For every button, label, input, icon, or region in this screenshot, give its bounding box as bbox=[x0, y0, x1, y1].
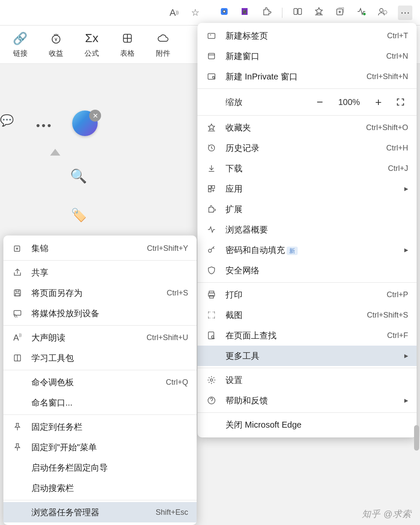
menu-screenshot[interactable]: 截图Ctrl+Shift+S bbox=[197, 305, 417, 325]
submenu-launch-taskbar-wizard[interactable]: 启动任务栏固定向导 bbox=[3, 457, 197, 478]
submenu-read-aloud[interactable]: A))大声朗读Ctrl+Shift+U bbox=[3, 327, 197, 348]
name-window-label: 命名窗口... bbox=[31, 397, 188, 409]
menu-find[interactable]: 在页面上查找Ctrl+F bbox=[197, 325, 417, 346]
close-icon[interactable]: ✕ bbox=[89, 110, 101, 122]
submenu-task-manager[interactable]: 浏览器任务管理器Shift+Esc bbox=[3, 502, 197, 522]
performance-icon[interactable] bbox=[355, 6, 367, 17]
menu-apps[interactable]: 应用▶ bbox=[197, 179, 417, 199]
submenu-learning-tools[interactable]: 学习工具包 bbox=[3, 348, 197, 368]
menu-new-window[interactable]: 新建窗口Ctrl+N bbox=[197, 46, 417, 66]
copilot-icon[interactable] bbox=[218, 6, 230, 17]
svg-rect-20 bbox=[209, 189, 211, 192]
split-screen-icon[interactable] bbox=[292, 6, 304, 17]
zoom-in-button[interactable]: + bbox=[371, 94, 386, 110]
submenu-collections[interactable]: 集锦Ctrl+Shift+Y bbox=[3, 238, 197, 258]
menu-secure-network[interactable]: 安全网络 bbox=[197, 260, 417, 281]
search-icon[interactable]: 🔍 bbox=[70, 168, 87, 184]
submenu-share[interactable]: 共享 bbox=[3, 262, 197, 283]
collapse-icon[interactable] bbox=[50, 149, 60, 156]
collections-icon[interactable] bbox=[334, 6, 346, 17]
revenue-button[interactable]: ¥收益 bbox=[49, 31, 63, 63]
onenote-icon[interactable]: N bbox=[240, 6, 251, 17]
formula-button[interactable]: Σx公式 bbox=[85, 31, 99, 63]
submenu-cast[interactable]: 将媒体投放到设备 bbox=[3, 303, 197, 324]
new-window-label: 新建窗口 bbox=[226, 51, 378, 62]
scrollbar-thumb[interactable] bbox=[414, 425, 419, 451]
pin-start-label: 固定到"开始"菜单 bbox=[31, 442, 188, 453]
tab-icon bbox=[206, 31, 217, 40]
caret-icon: ▶ bbox=[404, 247, 408, 253]
menu-print[interactable]: 打印Ctrl+P bbox=[197, 284, 417, 305]
pin-icon bbox=[12, 422, 23, 431]
cast-label: 将媒体投放到设备 bbox=[31, 308, 188, 319]
pulse-icon bbox=[206, 225, 217, 234]
favorites-label: 收藏夹 bbox=[226, 122, 358, 133]
menu-more-tools[interactable]: 更多工具▶ bbox=[197, 346, 417, 366]
menu-favorites[interactable]: 收藏夹Ctrl+Shift+O bbox=[197, 117, 417, 138]
svg-text:N: N bbox=[243, 9, 246, 14]
watermark: 知乎 @求索 bbox=[362, 508, 412, 520]
read-aloud-icon[interactable]: A)) bbox=[168, 7, 180, 19]
zoom-out-button[interactable]: − bbox=[312, 94, 327, 110]
svg-rect-24 bbox=[209, 295, 213, 298]
svg-point-27 bbox=[210, 379, 213, 381]
menu-passwords[interactable]: 密码和自动填充新▶ bbox=[197, 240, 417, 260]
submenu-pin-taskbar[interactable]: 固定到任务栏 bbox=[3, 417, 197, 437]
submenu-launch-searchbar[interactable]: 启动搜索栏 bbox=[3, 478, 197, 498]
submenu-pin-start[interactable]: 固定到"开始"菜单 bbox=[3, 437, 197, 457]
puzzle-icon[interactable] bbox=[261, 6, 273, 17]
tag-icon[interactable]: 🏷️ bbox=[71, 207, 87, 222]
profile-icon[interactable] bbox=[377, 6, 389, 17]
submenu-name-window[interactable]: 命名窗口... bbox=[3, 392, 197, 413]
passwords-label: 密码和自动填充新 bbox=[226, 244, 396, 256]
apps-label: 应用 bbox=[226, 183, 396, 195]
more-menu-button[interactable]: ⋯ bbox=[398, 6, 412, 20]
svg-point-7 bbox=[363, 13, 366, 15]
main-menu: 新建标签页Ctrl+T 新建窗口Ctrl+N 新建 InPrivate 窗口Ct… bbox=[197, 23, 417, 437]
fullscreen-button[interactable] bbox=[393, 94, 408, 110]
submenu-save-as[interactable]: 将页面另存为Ctrl+S bbox=[3, 283, 197, 303]
svg-text:¥: ¥ bbox=[54, 37, 58, 42]
favorites-bar-icon[interactable] bbox=[313, 6, 325, 17]
menu-new-tab[interactable]: 新建标签页Ctrl+T bbox=[197, 26, 417, 46]
save-label: 将页面另存为 bbox=[31, 287, 158, 299]
menu-browser-essentials[interactable]: 浏览器概要 bbox=[197, 219, 417, 240]
caret-icon: ▶ bbox=[404, 353, 408, 359]
menu-settings[interactable]: 设置 bbox=[197, 370, 417, 390]
downloads-shortcut: Ctrl+J bbox=[388, 164, 408, 173]
new-badge: 新 bbox=[287, 247, 298, 255]
dots-icon[interactable]: ••• bbox=[36, 119, 53, 132]
menu-close-edge[interactable]: 关闭 Microsoft Edge bbox=[197, 414, 417, 435]
svg-rect-13 bbox=[208, 34, 215, 39]
caret-icon: ▶ bbox=[404, 186, 408, 192]
settings-label: 设置 bbox=[226, 375, 408, 386]
menu-extensions[interactable]: 扩展 bbox=[197, 199, 417, 219]
extensions-icon bbox=[206, 204, 217, 214]
menu-new-inprivate[interactable]: 新建 InPrivate 窗口Ctrl+Shift+N bbox=[197, 66, 417, 87]
save-shortcut: Ctrl+S bbox=[166, 289, 188, 298]
command-shortcut: Ctrl+Q bbox=[166, 378, 188, 387]
task-manager-shortcut: Shift+Esc bbox=[155, 508, 188, 517]
menu-history[interactable]: 历史记录Ctrl+H bbox=[197, 138, 417, 158]
menu-help[interactable]: 帮助和反馈▶ bbox=[197, 390, 417, 411]
link-button[interactable]: 🔗链接 bbox=[13, 31, 28, 63]
command-label: 命令调色板 bbox=[31, 377, 157, 388]
help-label: 帮助和反馈 bbox=[226, 395, 396, 406]
grid-icon bbox=[121, 31, 133, 45]
svg-point-21 bbox=[209, 249, 211, 252]
screenshot-icon bbox=[206, 310, 217, 320]
revenue-label: 收益 bbox=[49, 48, 63, 58]
chat-icon[interactable]: 💬 bbox=[0, 114, 17, 129]
more-tools-label: 更多工具 bbox=[226, 350, 396, 362]
share-label: 共享 bbox=[31, 267, 188, 278]
attachment-button[interactable]: 附件 bbox=[156, 31, 170, 63]
screenshot-shortcut: Ctrl+Shift+S bbox=[367, 311, 408, 320]
table-button[interactable]: 表格 bbox=[120, 31, 135, 63]
svg-rect-31 bbox=[16, 290, 19, 292]
menu-downloads[interactable]: 下载Ctrl+J bbox=[197, 158, 417, 179]
download-icon bbox=[206, 164, 217, 173]
favorite-star-icon[interactable]: ☆ bbox=[189, 7, 201, 19]
submenu-command-palette[interactable]: 命令调色板Ctrl+Q bbox=[3, 372, 197, 392]
downloads-label: 下载 bbox=[226, 163, 379, 174]
learning-label: 学习工具包 bbox=[31, 352, 188, 364]
